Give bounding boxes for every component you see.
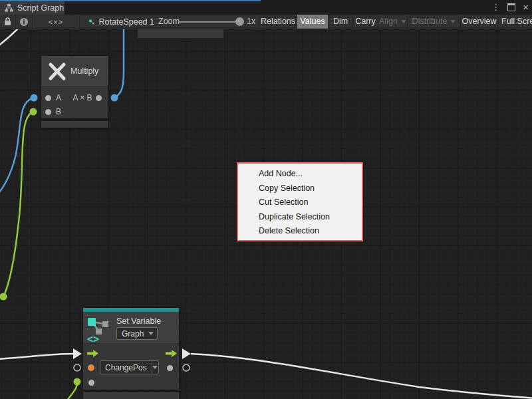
scope-value: Graph (117, 329, 148, 338)
tab-script-graph[interactable]: Script Graph (0, 1, 65, 15)
context-menu: Add Node... Copy Selection Cut Selection… (237, 162, 363, 241)
graph-canvas[interactable]: Multiply A A × B B (0, 29, 532, 399)
menu-item-cut-selection[interactable]: Cut Selection (238, 196, 362, 210)
graph-hierarchy-icon (5, 4, 13, 12)
graph-breadcrumb[interactable]: RotateSpeed 1 (80, 15, 154, 29)
set-variable-header: <> Set Variable Graph (83, 312, 179, 344)
set-variable-body: ChangePos (83, 344, 179, 390)
node-set-variable[interactable]: <> Set Variable Graph ChangePos (83, 308, 179, 390)
dim-button[interactable]: Dim (328, 15, 352, 29)
port-out-label: A × B (68, 93, 96, 102)
zoom-value: 1x (247, 15, 255, 29)
flow-out-arrow-icon[interactable] (166, 350, 177, 357)
chevron-down-icon (401, 20, 406, 23)
close-icon[interactable]: × (523, 3, 529, 11)
lock-button[interactable] (0, 15, 16, 29)
menu-item-delete-selection[interactable]: Delete Selection (238, 224, 362, 239)
wire-blue-multiply-output[interactable] (114, 29, 124, 98)
multiply-header: Multiply (41, 56, 108, 86)
variable-dropdown[interactable]: ChangePos (100, 360, 159, 374)
fullscreen-button[interactable]: Full Screen (497, 15, 532, 29)
align-button[interactable]: Align (378, 15, 407, 29)
flow-output-triangle[interactable] (182, 348, 191, 359)
port-b-dot[interactable] (45, 109, 51, 115)
wire-blue-multiply-input-a[interactable] (0, 98, 34, 196)
multiply-footer (41, 121, 108, 128)
chevron-down-icon (450, 20, 456, 23)
wire-white-flow-in[interactable] (0, 354, 73, 359)
wire-endpoint-blue-a[interactable] (31, 94, 38, 102)
set-variable-icon: <> (86, 317, 110, 343)
node-title: Multiply (70, 66, 98, 76)
menu-item-copy-selection[interactable]: Copy Selection (238, 182, 362, 196)
maximize-icon[interactable] (507, 3, 515, 11)
values-button[interactable]: Values (297, 15, 328, 29)
port-b-label: B (56, 107, 61, 116)
wire-white-top-left[interactable] (0, 29, 19, 47)
unconnected-port-left[interactable] (74, 364, 80, 371)
unconnected-port-right[interactable] (183, 364, 190, 371)
menu-item-duplicate-selection[interactable]: Duplicate Selection (238, 210, 362, 225)
graph-unit-icon (89, 17, 94, 27)
fallback-port-dot[interactable] (88, 380, 94, 386)
flow-in-arrow-icon[interactable] (87, 350, 98, 357)
chevron-down-icon (152, 361, 158, 374)
scope-dropdown[interactable]: Graph (116, 327, 158, 340)
wire-endpoint-green-left[interactable] (0, 293, 7, 301)
multiply-icon (47, 63, 67, 80)
tab-title: Script Graph (17, 3, 64, 13)
carry-button[interactable]: Carry (352, 15, 378, 29)
variable-name: ChangePos (100, 363, 152, 372)
lock-icon (4, 17, 11, 26)
info-icon (19, 17, 29, 27)
flow-input-triangle[interactable] (73, 348, 82, 359)
graph-reference-label: RotateSpeed 1 (99, 17, 154, 27)
port-a-dot[interactable] (45, 95, 51, 101)
menu-item-add-node[interactable]: Add Node... (238, 167, 362, 182)
port-a-label: A (56, 93, 61, 102)
overview-button[interactable]: Overview (460, 15, 497, 29)
relations-button[interactable]: Relations (259, 15, 297, 29)
graph-toolbar: <×> RotateSpeed 1 Zoom 1x Relations Valu… (0, 15, 532, 29)
code-icon: <×> (49, 18, 63, 26)
zoom-slider-knob[interactable] (235, 17, 244, 26)
align-label: Align (379, 17, 398, 26)
wire-endpoint-blue-out[interactable] (111, 94, 118, 102)
window-menu-icon[interactable]: ⋮ (491, 3, 500, 11)
info-button[interactable] (16, 15, 33, 29)
code-view-button[interactable]: <×> (33, 15, 80, 29)
distribute-button[interactable]: Distribute (407, 15, 460, 29)
port-out-dot[interactable] (96, 95, 102, 101)
set-variable-footer (83, 392, 179, 399)
zoom-label: Zoom (158, 15, 180, 29)
offscreen-node-fragment[interactable] (138, 29, 223, 38)
variable-port-dot[interactable] (88, 364, 94, 371)
node-multiply[interactable]: Multiply A A × B B (41, 56, 108, 118)
svg-text:<>: <> (87, 333, 99, 343)
tab-bar: Script Graph ⋮ × (0, 0, 532, 15)
wire-white-flow-out[interactable] (191, 354, 532, 398)
node-title: Set Variable (116, 317, 161, 326)
multiply-body: A A × B B (41, 86, 108, 118)
wire-endpoint-green-setvar[interactable] (74, 378, 81, 386)
wire-endpoint-green-b[interactable] (30, 108, 37, 116)
zoom-slider-track[interactable] (178, 21, 237, 23)
output-value-port-dot[interactable] (167, 365, 173, 371)
window-controls: ⋮ × (491, 0, 529, 15)
chevron-down-icon (148, 332, 154, 335)
distribute-label: Distribute (412, 17, 448, 26)
